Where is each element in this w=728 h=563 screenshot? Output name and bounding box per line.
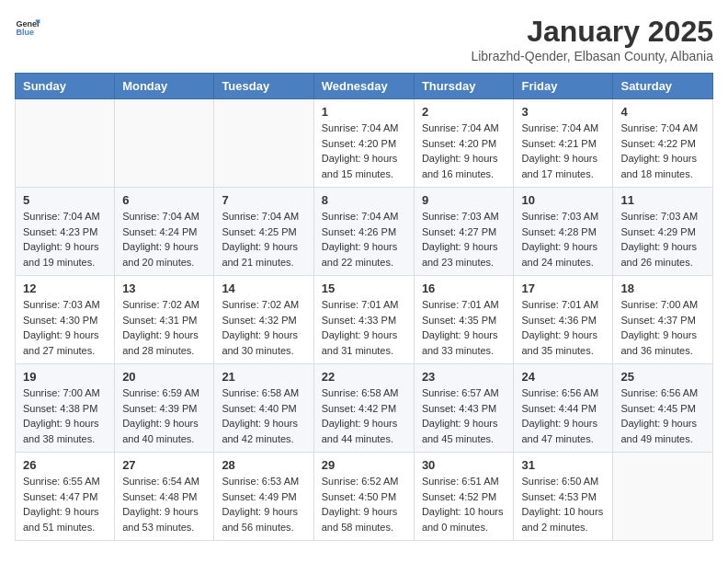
calendar-cell: 23Sunrise: 6:57 AMSunset: 4:43 PMDayligh… bbox=[414, 364, 514, 453]
calendar-cell: 4Sunrise: 7:04 AMSunset: 4:22 PMDaylight… bbox=[613, 99, 713, 188]
day-number: 3 bbox=[521, 105, 605, 119]
day-number: 25 bbox=[620, 370, 705, 384]
day-number: 16 bbox=[422, 282, 506, 295]
calendar-cell: 27Sunrise: 6:54 AMSunset: 4:48 PMDayligh… bbox=[115, 453, 214, 541]
calendar-cell: 12Sunrise: 7:03 AMSunset: 4:30 PMDayligh… bbox=[16, 276, 115, 364]
calendar-cell bbox=[613, 453, 713, 541]
day-info: Sunrise: 7:03 AMSunset: 4:27 PMDaylight:… bbox=[422, 209, 506, 270]
calendar-cell: 26Sunrise: 6:55 AMSunset: 4:47 PMDayligh… bbox=[16, 453, 115, 541]
day-number: 23 bbox=[422, 370, 506, 384]
day-number: 14 bbox=[222, 282, 305, 295]
weekday-header: Sunday bbox=[16, 74, 115, 99]
day-info: Sunrise: 7:01 AMSunset: 4:35 PMDaylight:… bbox=[422, 297, 506, 358]
calendar-header-row: SundayMondayTuesdayWednesdayThursdayFrid… bbox=[16, 74, 713, 99]
weekday-header: Tuesday bbox=[214, 74, 313, 99]
day-number: 15 bbox=[322, 282, 406, 295]
calendar-week-row: 19Sunrise: 7:00 AMSunset: 4:38 PMDayligh… bbox=[16, 364, 713, 453]
day-number: 12 bbox=[23, 282, 107, 295]
calendar-week-row: 1Sunrise: 7:04 AMSunset: 4:20 PMDaylight… bbox=[16, 99, 713, 188]
day-number: 31 bbox=[521, 458, 605, 472]
calendar-cell: 30Sunrise: 6:51 AMSunset: 4:52 PMDayligh… bbox=[414, 453, 514, 541]
calendar-cell: 10Sunrise: 7:03 AMSunset: 4:28 PMDayligh… bbox=[514, 188, 613, 276]
day-number: 22 bbox=[322, 370, 406, 384]
calendar-cell: 31Sunrise: 6:50 AMSunset: 4:53 PMDayligh… bbox=[514, 453, 613, 541]
day-number: 30 bbox=[422, 458, 506, 472]
day-info: Sunrise: 7:03 AMSunset: 4:29 PMDaylight:… bbox=[620, 209, 705, 270]
day-number: 6 bbox=[122, 193, 206, 207]
day-number: 29 bbox=[322, 458, 406, 472]
calendar-cell: 22Sunrise: 6:58 AMSunset: 4:42 PMDayligh… bbox=[313, 364, 414, 453]
day-number: 7 bbox=[222, 193, 305, 207]
calendar-cell: 14Sunrise: 7:02 AMSunset: 4:32 PMDayligh… bbox=[214, 276, 313, 364]
calendar-cell: 20Sunrise: 6:59 AMSunset: 4:39 PMDayligh… bbox=[115, 364, 214, 453]
calendar-week-row: 26Sunrise: 6:55 AMSunset: 4:47 PMDayligh… bbox=[16, 453, 713, 541]
day-info: Sunrise: 7:04 AMSunset: 4:20 PMDaylight:… bbox=[322, 121, 406, 181]
day-info: Sunrise: 7:04 AMSunset: 4:23 PMDaylight:… bbox=[23, 209, 107, 270]
day-number: 28 bbox=[222, 458, 305, 472]
day-number: 17 bbox=[521, 282, 605, 295]
day-info: Sunrise: 6:54 AMSunset: 4:48 PMDaylight:… bbox=[122, 474, 206, 534]
day-number: 4 bbox=[620, 105, 705, 119]
calendar-week-row: 12Sunrise: 7:03 AMSunset: 4:30 PMDayligh… bbox=[16, 276, 713, 364]
weekday-header: Monday bbox=[115, 74, 214, 99]
weekday-header: Thursday bbox=[414, 74, 514, 99]
day-info: Sunrise: 7:02 AMSunset: 4:31 PMDaylight:… bbox=[122, 297, 206, 358]
day-info: Sunrise: 7:02 AMSunset: 4:32 PMDaylight:… bbox=[222, 297, 305, 358]
day-number: 8 bbox=[322, 193, 406, 207]
day-info: Sunrise: 6:58 AMSunset: 4:40 PMDaylight:… bbox=[222, 385, 305, 446]
calendar-cell: 6Sunrise: 7:04 AMSunset: 4:24 PMDaylight… bbox=[115, 188, 214, 276]
day-number: 5 bbox=[23, 193, 107, 207]
day-info: Sunrise: 7:03 AMSunset: 4:30 PMDaylight:… bbox=[23, 297, 107, 358]
day-info: Sunrise: 6:50 AMSunset: 4:53 PMDaylight:… bbox=[521, 474, 605, 534]
day-info: Sunrise: 6:59 AMSunset: 4:39 PMDaylight:… bbox=[122, 385, 206, 446]
day-info: Sunrise: 6:56 AMSunset: 4:44 PMDaylight:… bbox=[521, 385, 605, 446]
day-info: Sunrise: 6:55 AMSunset: 4:47 PMDaylight:… bbox=[23, 474, 107, 534]
day-info: Sunrise: 7:04 AMSunset: 4:20 PMDaylight:… bbox=[422, 121, 506, 181]
day-info: Sunrise: 7:04 AMSunset: 4:22 PMDaylight:… bbox=[620, 121, 705, 181]
calendar-cell: 5Sunrise: 7:04 AMSunset: 4:23 PMDaylight… bbox=[16, 188, 115, 276]
day-info: Sunrise: 6:56 AMSunset: 4:45 PMDaylight:… bbox=[620, 385, 705, 446]
day-info: Sunrise: 7:04 AMSunset: 4:24 PMDaylight:… bbox=[122, 209, 206, 270]
calendar-cell: 16Sunrise: 7:01 AMSunset: 4:35 PMDayligh… bbox=[414, 276, 514, 364]
calendar-table: SundayMondayTuesdayWednesdayThursdayFrid… bbox=[15, 73, 713, 541]
calendar-cell: 2Sunrise: 7:04 AMSunset: 4:20 PMDaylight… bbox=[414, 99, 514, 188]
calendar-cell: 24Sunrise: 6:56 AMSunset: 4:44 PMDayligh… bbox=[514, 364, 613, 453]
day-info: Sunrise: 6:58 AMSunset: 4:42 PMDaylight:… bbox=[322, 385, 406, 446]
day-info: Sunrise: 7:04 AMSunset: 4:26 PMDaylight:… bbox=[322, 209, 406, 270]
day-number: 1 bbox=[322, 105, 406, 119]
calendar-cell: 11Sunrise: 7:03 AMSunset: 4:29 PMDayligh… bbox=[613, 188, 713, 276]
calendar-cell: 13Sunrise: 7:02 AMSunset: 4:31 PMDayligh… bbox=[115, 276, 214, 364]
calendar-cell bbox=[16, 99, 115, 188]
svg-text:Blue: Blue bbox=[16, 28, 34, 37]
day-number: 20 bbox=[122, 370, 206, 384]
calendar-cell: 29Sunrise: 6:52 AMSunset: 4:50 PMDayligh… bbox=[313, 453, 414, 541]
calendar-cell: 21Sunrise: 6:58 AMSunset: 4:40 PMDayligh… bbox=[214, 364, 313, 453]
month-title: January 2025 bbox=[471, 15, 713, 49]
day-info: Sunrise: 6:57 AMSunset: 4:43 PMDaylight:… bbox=[422, 385, 506, 446]
day-number: 21 bbox=[222, 370, 305, 384]
calendar-week-row: 5Sunrise: 7:04 AMSunset: 4:23 PMDaylight… bbox=[16, 188, 713, 276]
day-info: Sunrise: 7:03 AMSunset: 4:28 PMDaylight:… bbox=[521, 209, 605, 270]
day-number: 10 bbox=[521, 193, 605, 207]
day-number: 11 bbox=[620, 193, 705, 207]
weekday-header: Wednesday bbox=[313, 74, 414, 99]
day-number: 27 bbox=[122, 458, 206, 472]
weekday-header: Friday bbox=[514, 74, 613, 99]
calendar-cell bbox=[214, 99, 313, 188]
day-info: Sunrise: 7:04 AMSunset: 4:21 PMDaylight:… bbox=[521, 121, 605, 181]
calendar-cell: 17Sunrise: 7:01 AMSunset: 4:36 PMDayligh… bbox=[514, 276, 613, 364]
day-number: 13 bbox=[122, 282, 206, 295]
calendar-cell: 3Sunrise: 7:04 AMSunset: 4:21 PMDaylight… bbox=[514, 99, 613, 188]
day-info: Sunrise: 6:53 AMSunset: 4:49 PMDaylight:… bbox=[222, 474, 305, 534]
calendar-cell: 8Sunrise: 7:04 AMSunset: 4:26 PMDaylight… bbox=[313, 188, 414, 276]
calendar-cell: 9Sunrise: 7:03 AMSunset: 4:27 PMDaylight… bbox=[414, 188, 514, 276]
day-info: Sunrise: 7:04 AMSunset: 4:25 PMDaylight:… bbox=[222, 209, 305, 270]
title-block: January 2025 Librazhd-Qender, Elbasan Co… bbox=[471, 15, 713, 63]
day-info: Sunrise: 7:00 AMSunset: 4:37 PMDaylight:… bbox=[620, 297, 705, 358]
day-info: Sunrise: 7:01 AMSunset: 4:33 PMDaylight:… bbox=[322, 297, 406, 358]
calendar-cell: 18Sunrise: 7:00 AMSunset: 4:37 PMDayligh… bbox=[613, 276, 713, 364]
day-number: 26 bbox=[23, 458, 107, 472]
day-info: Sunrise: 7:01 AMSunset: 4:36 PMDaylight:… bbox=[521, 297, 605, 358]
day-number: 2 bbox=[422, 105, 506, 119]
day-info: Sunrise: 7:00 AMSunset: 4:38 PMDaylight:… bbox=[23, 385, 107, 446]
